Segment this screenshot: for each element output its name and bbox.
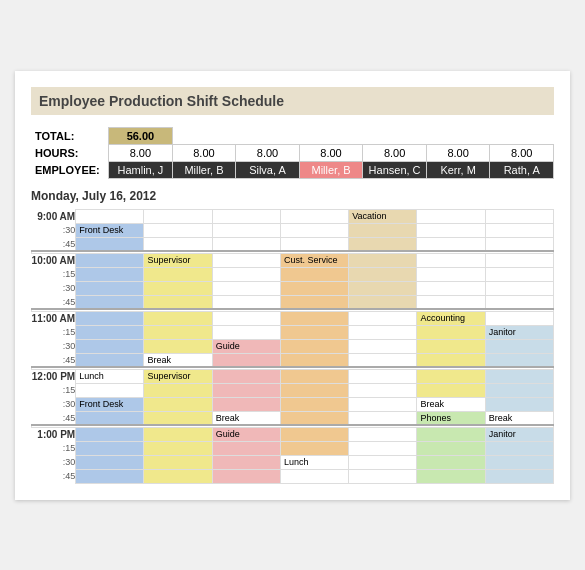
cell-hamlin-1030 — [76, 281, 144, 295]
table-row: :45 — [32, 469, 554, 483]
cell-hamlin-1130 — [76, 339, 144, 353]
cell-rath-145 — [485, 469, 553, 483]
cell-rath-1145 — [485, 353, 553, 367]
cell-silva-930 — [212, 223, 280, 237]
cell-miller-100 — [144, 427, 212, 441]
cell-rath-1030 — [485, 281, 553, 295]
table-row: :30 Guide — [32, 339, 554, 353]
cell-millerb-1230 — [280, 397, 348, 411]
cell-kerr-1015 — [417, 267, 485, 281]
cell-rath-1130 — [485, 339, 553, 353]
cell-hansen-1245 — [349, 411, 417, 425]
time-1145: :45 — [32, 353, 76, 367]
page-title: Employee Production Shift Schedule — [31, 87, 554, 115]
table-row: :45 — [32, 295, 554, 309]
cell-millerb-1130 — [280, 339, 348, 353]
employee-rath: Rath, A — [490, 161, 554, 178]
cell-hamlin-1015 — [76, 267, 144, 281]
cell-silva-1045 — [212, 295, 280, 309]
table-row: :15 Janitor — [32, 325, 554, 339]
cell-kerr-930 — [417, 223, 485, 237]
hours-millerb: 8.00 — [299, 144, 363, 161]
table-row: 11:00 AM Accounting — [32, 311, 554, 325]
cell-miller-1215 — [144, 383, 212, 397]
cell-hamlin-130 — [76, 455, 144, 469]
cell-miller-1130 — [144, 339, 212, 353]
cell-silva-1215 — [212, 383, 280, 397]
cell-hansen-945 — [349, 237, 417, 251]
cell-hansen-130 — [349, 455, 417, 469]
cell-kerr-1045 — [417, 295, 485, 309]
cell-kerr-break1: Break — [417, 397, 485, 411]
cell-silva-1230 — [212, 397, 280, 411]
table-row: :30 Lunch — [32, 455, 554, 469]
table-row: :15 — [32, 383, 554, 397]
cell-hansen-115 — [349, 441, 417, 455]
cell-millerb-1100 — [280, 311, 348, 325]
cell-rath-1000 — [485, 253, 553, 267]
employee-millerb: Miller, B — [299, 161, 363, 178]
cell-silva-900 — [212, 209, 280, 223]
cell-miller-supervisor: Supervisor — [144, 253, 212, 267]
cell-miller-1045 — [144, 295, 212, 309]
cell-hansen-100 — [349, 427, 417, 441]
time-1045: :45 — [32, 295, 76, 309]
cell-miller-1115 — [144, 325, 212, 339]
cell-kerr-1000 — [417, 253, 485, 267]
time-1015: :15 — [32, 267, 76, 281]
cell-millerb-900 — [280, 209, 348, 223]
cell-silva-break2: Break — [212, 411, 280, 425]
cell-rath-930 — [485, 223, 553, 237]
cell-rath-1215 — [485, 383, 553, 397]
schedule-table: 9:00 AM Vacation :30 Front Desk — [31, 209, 554, 484]
cell-hamlin-frontdesk2: Front Desk — [76, 397, 144, 411]
cell-kerr-phones: Phones — [417, 411, 485, 425]
time-930: :30 — [32, 223, 76, 237]
cell-miller-1030 — [144, 281, 212, 295]
cell-miller-930 — [144, 223, 212, 237]
table-row: 10:00 AM Supervisor Cust. Service — [32, 253, 554, 267]
hours-rath: 8.00 — [490, 144, 554, 161]
cell-millerb-1245 — [280, 411, 348, 425]
cell-millerb-custservice: Cust. Service — [280, 253, 348, 267]
cell-rath-1230 — [485, 397, 553, 411]
cell-silva-1030 — [212, 281, 280, 295]
cell-hansen-1215 — [349, 383, 417, 397]
cell-hamlin-900 — [76, 209, 144, 223]
cell-millerb-1200 — [280, 369, 348, 383]
table-row: :45 Break Phones Break — [32, 411, 554, 425]
time-900: 9:00 AM — [32, 209, 76, 223]
time-1200: 12:00 PM — [32, 369, 76, 383]
time-1000: 10:00 AM — [32, 253, 76, 267]
time-945: :45 — [32, 237, 76, 251]
cell-silva-1115 — [212, 325, 280, 339]
time-1245: :45 — [32, 411, 76, 425]
cell-hamlin-lunch: Lunch — [76, 369, 144, 383]
time-1130: :30 — [32, 339, 76, 353]
cell-rath-1200 — [485, 369, 553, 383]
table-row: :45 — [32, 237, 554, 251]
cell-kerr-1115 — [417, 325, 485, 339]
schedule-wrap: 9:00 AM Vacation :30 Front Desk — [31, 209, 554, 484]
cell-miller-945 — [144, 237, 212, 251]
cell-kerr-100 — [417, 427, 485, 441]
cell-hansen-1030 — [349, 281, 417, 295]
cell-millerb-930 — [280, 223, 348, 237]
cell-hamlin-frontdesk: Front Desk — [76, 223, 144, 237]
cell-hamlin-115 — [76, 441, 144, 455]
time-1100: 11:00 AM — [32, 311, 76, 325]
cell-millerb-lunch: Lunch — [280, 455, 348, 469]
cell-rath-1015 — [485, 267, 553, 281]
cell-kerr-1215 — [417, 383, 485, 397]
cell-hansen-1015 — [349, 267, 417, 281]
hours-hamlin: 8.00 — [109, 144, 173, 161]
cell-millerb-945 — [280, 237, 348, 251]
cell-hamlin-1215 — [76, 383, 144, 397]
cell-silva-1145 — [212, 353, 280, 367]
cell-rath-1045 — [485, 295, 553, 309]
cell-millerb-1015 — [280, 267, 348, 281]
cell-millerb-1045 — [280, 295, 348, 309]
cell-kerr-1200 — [417, 369, 485, 383]
hours-miller: 8.00 — [172, 144, 236, 161]
hours-hansen: 8.00 — [363, 144, 427, 161]
